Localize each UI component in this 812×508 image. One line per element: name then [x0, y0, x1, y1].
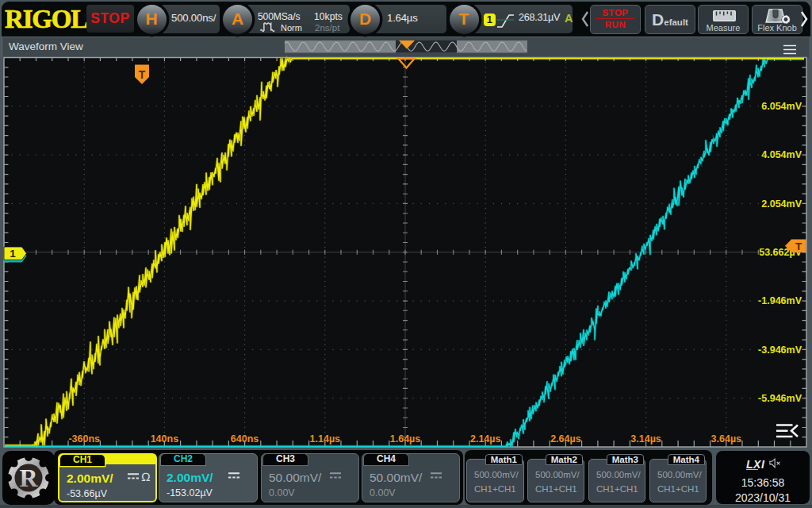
- svg-text:T: T: [795, 241, 802, 252]
- svg-text:3.14µs: 3.14µs: [630, 433, 661, 444]
- svg-text:T: T: [139, 68, 146, 81]
- svg-text:2.14µs: 2.14µs: [470, 433, 501, 444]
- svg-text:3.64µs: 3.64µs: [711, 433, 742, 444]
- svg-text:-360ns: -360ns: [68, 433, 100, 444]
- svg-text:2.054mV: 2.054mV: [761, 198, 802, 210]
- svg-text:-1.946mV: -1.946mV: [758, 295, 802, 306]
- svg-text:1.14µs: 1.14µs: [310, 433, 341, 444]
- svg-text:1: 1: [10, 248, 16, 260]
- svg-text:640ns: 640ns: [231, 433, 259, 444]
- svg-text:4.054mV: 4.054mV: [761, 149, 802, 160]
- svg-text:-3.946mV: -3.946mV: [758, 344, 802, 356]
- svg-text:1.64µs: 1.64µs: [390, 433, 421, 444]
- svg-text:-5.946mV: -5.946mV: [758, 393, 802, 404]
- svg-text:140ns: 140ns: [151, 433, 178, 444]
- svg-text:2.64µs: 2.64µs: [550, 433, 581, 444]
- svg-text:6.054mV: 6.054mV: [761, 101, 802, 112]
- svg-text:R: R: [19, 464, 38, 492]
